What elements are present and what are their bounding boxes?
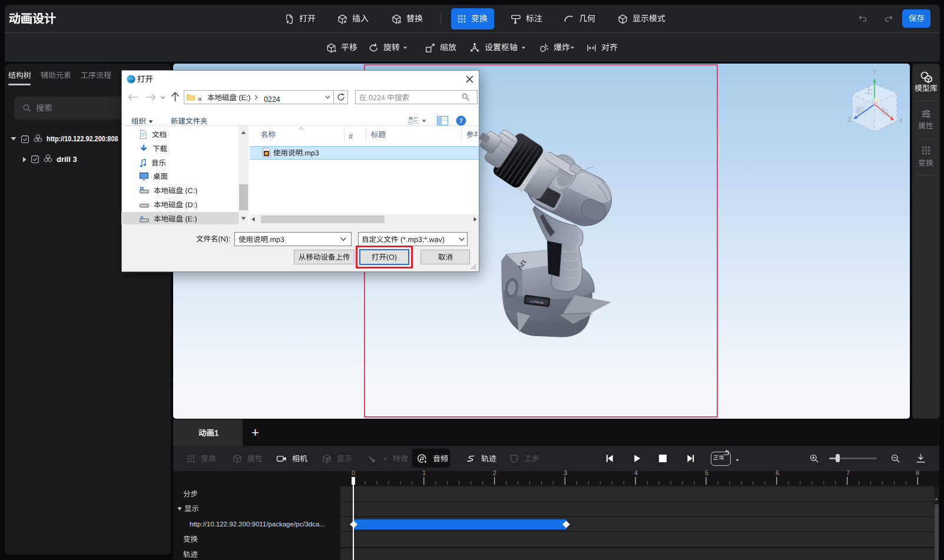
- svg-text:?: ?: [459, 117, 463, 125]
